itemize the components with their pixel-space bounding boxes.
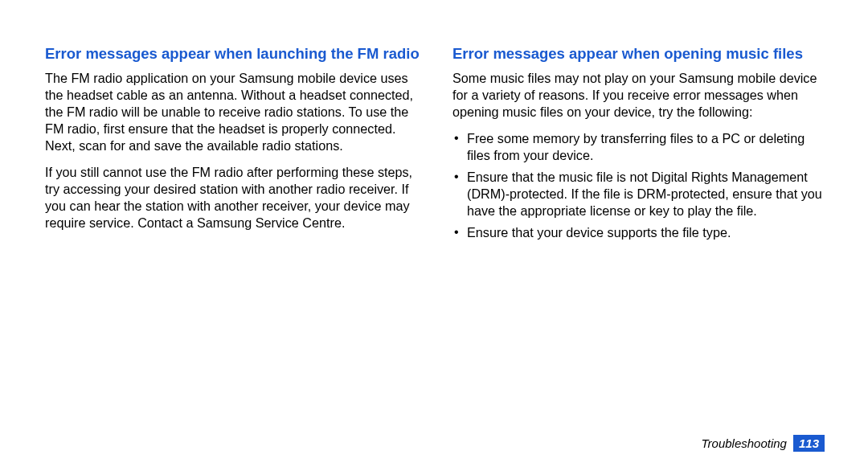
footer-section-name: Troubleshooting [702, 436, 787, 450]
manual-page: Error messages appear when launching the… [0, 0, 868, 471]
right-column: Error messages appear when opening music… [452, 45, 828, 435]
right-heading: Error messages appear when opening music… [452, 45, 828, 63]
right-intro: Some music files may not play on your Sa… [452, 70, 828, 121]
list-item: Ensure that your device supports the fil… [452, 224, 828, 241]
columns: Error messages appear when launching the… [45, 45, 828, 435]
right-bullets: Free some memory by transferring files t… [452, 130, 828, 241]
page-number-badge: 113 [793, 435, 825, 452]
page-footer: Troubleshooting 113 [45, 435, 828, 455]
list-item: Ensure that the music file is not Digita… [452, 169, 828, 219]
left-paragraph-2: If you still cannot use the FM radio aft… [45, 164, 420, 231]
left-heading: Error messages appear when launching the… [45, 45, 420, 63]
left-paragraph-1: The FM radio application on your Samsung… [45, 70, 420, 154]
left-column: Error messages appear when launching the… [45, 45, 420, 435]
list-item: Free some memory by transferring files t… [452, 130, 828, 164]
